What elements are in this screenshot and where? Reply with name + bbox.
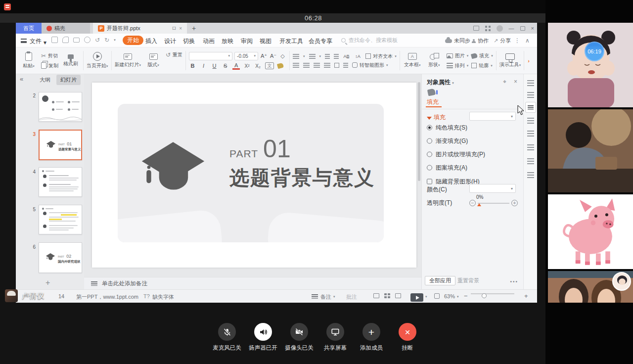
menu-devtools[interactable]: 开发工具 xyxy=(279,37,303,46)
status-notes[interactable]: 备注 xyxy=(320,293,331,301)
highlight-icon[interactable] xyxy=(277,63,284,69)
notes-bar[interactable]: 单击此处添加备注 xyxy=(84,277,421,289)
text-effect-icon[interactable]: 文 xyxy=(265,62,274,69)
menu-transition[interactable]: 切换 xyxy=(183,37,195,46)
quick-more-icon[interactable]: ▾ xyxy=(114,38,116,44)
collab-button[interactable]: 协作 xyxy=(472,37,489,45)
menu-insert[interactable]: 插入 xyxy=(145,37,157,46)
command-search[interactable]: 查找命令、搜索模板 xyxy=(341,37,398,44)
print-preview-icon[interactable] xyxy=(84,37,90,43)
save-icon[interactable] xyxy=(51,37,58,43)
font-size-combo[interactable]: -0.05▾ xyxy=(234,52,258,60)
menu-view[interactable]: 视图 xyxy=(260,37,271,46)
speaker-control[interactable]: 扬声器已开 xyxy=(245,323,281,352)
tab-comment-icon[interactable]: ロ xyxy=(172,25,177,32)
slide-canvas[interactable]: PART 01 选题背景与意义 xyxy=(84,74,421,277)
pane-effects-icon[interactable] xyxy=(527,118,534,124)
italic-button[interactable]: I xyxy=(200,63,207,69)
slideshow-play-button[interactable] xyxy=(410,293,423,302)
textbox-button[interactable]: A文本框▾ xyxy=(402,49,423,72)
missing-font-icon[interactable]: T? xyxy=(143,293,150,299)
share-button[interactable]: ↗分享 xyxy=(494,37,511,45)
transparency-slider[interactable] xyxy=(478,203,509,204)
color-combo[interactable]: ▾ xyxy=(469,184,516,193)
panel-tab-fill[interactable]: 填充 xyxy=(427,98,439,106)
tab-document[interactable]: P 开题答辩.pptx ロ × xyxy=(93,23,187,34)
align-right-icon[interactable] xyxy=(314,63,320,68)
decrease-font-icon[interactable]: A⁻ xyxy=(270,53,277,59)
paste-button[interactable]: 粘贴▾ xyxy=(18,49,40,72)
current-slide[interactable]: PART 01 选题背景与意义 xyxy=(92,83,416,268)
menu-start[interactable]: 开始 xyxy=(123,36,143,45)
hang-up-control[interactable]: × 挂断 xyxy=(389,323,426,352)
option-solid-fill[interactable]: 纯色填充(S) xyxy=(427,124,467,132)
status-notes-caret[interactable]: ▾ xyxy=(333,295,335,299)
panel-close-icon[interactable]: × xyxy=(514,78,517,85)
subscript-button[interactable]: X₂ xyxy=(254,63,262,69)
text-direction-icon[interactable]: AB̲ xyxy=(343,54,350,59)
distribute-icon[interactable] xyxy=(334,63,339,68)
panel-more-icon[interactable]: ••• xyxy=(510,279,518,284)
align-center-icon[interactable] xyxy=(303,63,310,68)
increase-font-icon[interactable]: A⁺ xyxy=(260,53,268,59)
pane-format-icon[interactable] xyxy=(527,92,534,98)
menu-slideshow[interactable]: 放映 xyxy=(222,37,233,46)
font-color-button[interactable]: A xyxy=(232,62,240,70)
panel-pin-icon[interactable]: ⌖ xyxy=(503,78,506,85)
reading-view-icon[interactable] xyxy=(395,293,401,298)
transparency-plus-button[interactable]: + xyxy=(511,200,518,206)
line-spacing-icon[interactable]: ↕A xyxy=(354,54,362,59)
pane-plugins-icon[interactable] xyxy=(527,172,534,178)
wps-account-icon[interactable] xyxy=(497,25,503,32)
wps-restore-icon[interactable] xyxy=(520,26,525,31)
fill-type-combo[interactable]: ▾ xyxy=(469,112,516,121)
pane-layers-icon[interactable] xyxy=(527,158,534,164)
pane-help-icon[interactable] xyxy=(527,144,534,150)
zoom-slider-thumb[interactable] xyxy=(482,293,487,298)
to-smartart-button[interactable]: 转智能图形▾ xyxy=(352,62,388,69)
tab-home[interactable]: 首页 xyxy=(16,23,42,34)
pane-selection-icon[interactable] xyxy=(527,131,534,136)
undo-icon[interactable]: ↺ xyxy=(95,37,100,44)
menu-file[interactable]: 文件 xyxy=(30,37,42,46)
fill-button[interactable]: 填充▾ xyxy=(471,52,493,59)
normal-view-icon[interactable] xyxy=(373,293,379,298)
increase-indent-icon[interactable] xyxy=(334,54,339,59)
outline-button[interactable]: 轮廓▾ xyxy=(471,62,493,69)
decrease-indent-icon[interactable] xyxy=(325,54,330,59)
underline-button[interactable]: U xyxy=(211,63,218,69)
superscript-button[interactable]: X² xyxy=(243,63,251,69)
canvas-scrollbar[interactable] xyxy=(418,82,420,181)
tab-outline[interactable]: 大纲 xyxy=(40,76,50,84)
align-text-button[interactable]: 对齐文本▾ xyxy=(365,53,397,60)
reset-button[interactable]: ↺重置 xyxy=(166,51,182,58)
section-caret-icon[interactable] xyxy=(427,117,432,120)
menu-file-caret[interactable]: ▾ xyxy=(44,39,46,46)
menubar-more-icon[interactable]: ⋮ xyxy=(514,37,520,44)
tab-slides[interactable]: 幻灯片 xyxy=(56,75,81,85)
slide-thumbnail-5[interactable] xyxy=(39,205,82,234)
zoom-slider[interactable] xyxy=(471,293,514,294)
layout-button[interactable]: 版式▾ xyxy=(142,49,164,72)
new-tab-button[interactable]: + xyxy=(187,23,201,34)
bullet-list-icon[interactable] xyxy=(293,54,299,59)
tab-close-icon[interactable]: × xyxy=(179,26,182,31)
pane-properties-icon[interactable] xyxy=(525,102,536,113)
status-comments[interactable]: 批注 xyxy=(346,293,357,301)
number-list-icon[interactable] xyxy=(309,54,316,59)
add-member-control[interactable]: + 添加成员 xyxy=(353,323,390,352)
clear-format-icon[interactable]: ◇ xyxy=(279,53,286,59)
shapes-button[interactable]: 形状▾ xyxy=(423,49,445,72)
wps-grid-icon[interactable] xyxy=(485,26,491,31)
play-caret[interactable]: ▾ xyxy=(425,295,427,299)
export-icon[interactable] xyxy=(62,37,69,43)
add-slide-button[interactable]: + xyxy=(45,278,50,287)
missing-font-label[interactable]: 缺失字体 xyxy=(152,293,174,301)
zoom-out-button[interactable]: − xyxy=(464,292,468,300)
transparency-minus-button[interactable]: − xyxy=(469,200,476,206)
pane-styles-icon[interactable] xyxy=(527,80,534,86)
font-name-combo[interactable]: ▾ xyxy=(189,52,232,60)
paragraph-spacing-icon[interactable] xyxy=(343,63,348,68)
participant-video-4[interactable] xyxy=(548,271,633,303)
align-left-icon[interactable] xyxy=(293,63,299,68)
